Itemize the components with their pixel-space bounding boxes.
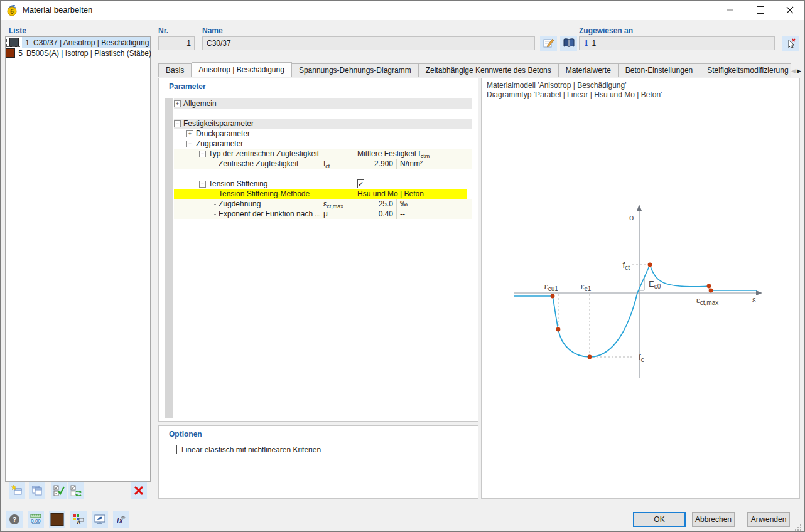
svg-text:?: ? <box>13 516 17 523</box>
units-icon: 0,00 <box>30 513 42 526</box>
select-all-icon <box>53 484 65 497</box>
row-label: Exponent der Funktion nach ... <box>219 210 320 218</box>
tree-row-spacer <box>174 169 472 179</box>
tree-row-tension-stiffening-methode[interactable]: Tension Stiffening-Methode Hsu und Mo | … <box>174 189 467 199</box>
row-value[interactable]: Mittlere Festigkeit fctm <box>354 149 472 159</box>
material-list: 1 C30/37 | Anisotrop | Beschädigung 5 B5… <box>5 36 151 482</box>
assigned-field[interactable]: I 1 <box>579 36 775 50</box>
tab-steifigkeitsmodifizierung[interactable]: Steifigkeitsmodifizierung <box>700 63 791 77</box>
window-title: Material bearbeiten <box>23 0 92 20</box>
tab-spannungs-dehnungs-diagramm[interactable]: Spannungs-Dehnungs-Diagramm <box>292 63 419 77</box>
assigned-value: 1 <box>592 39 596 48</box>
row-symbol: μ <box>320 209 354 219</box>
formula-button[interactable]: fx <box>113 511 129 528</box>
epsilon-axis-label: ε <box>752 295 756 304</box>
tab-basis[interactable]: Basis <box>158 63 192 77</box>
row-unit: ‰ <box>396 199 465 209</box>
color-swatch-icon <box>50 513 64 526</box>
tree-row-zugdehnung[interactable]: Zugdehnung εct,max 25.0 ‰ <box>174 199 472 209</box>
cancel-button[interactable]: Abbrechen <box>692 512 735 527</box>
tab-bar: Basis Anisotrop | Beschädigung Spannungs… <box>158 61 791 77</box>
ecu1-label: εcu1 <box>544 282 558 292</box>
minimize-icon <box>727 9 733 11</box>
maximize-button[interactable] <box>746 0 775 20</box>
tree-row-festigkeitsparameter[interactable]: −Festigkeitsparameter <box>174 119 472 129</box>
ok-button[interactable]: OK <box>633 512 686 527</box>
leaf-connector <box>212 204 216 205</box>
close-button[interactable] <box>775 0 804 20</box>
row-unit: N/mm² <box>396 159 465 169</box>
svg-text:fx: fx <box>117 516 124 525</box>
tab-scroll-left-icon[interactable]: ◀ <box>791 68 796 74</box>
name-field[interactable]: C30/37 <box>202 36 535 50</box>
select-all-button[interactable] <box>51 482 67 499</box>
leaf-connector <box>212 164 216 164</box>
row-symbol <box>320 189 354 199</box>
material-color-button[interactable] <box>49 511 65 528</box>
tree-row-allgemein[interactable]: +Allgemein <box>174 98 472 109</box>
tab-beton-einstellungen[interactable]: Beton-Einstellungen <box>619 63 700 77</box>
new-material-button[interactable] <box>9 482 25 499</box>
tab-materialwerte[interactable]: Materialwerte <box>559 63 619 77</box>
tab-anisotrop-beschaedigung[interactable]: Anisotrop | Beschädigung <box>192 62 292 77</box>
ectmax-label: εct,max <box>696 295 718 306</box>
material-color-cell <box>6 37 22 48</box>
svg-text:A: A <box>77 519 81 526</box>
options-panel: Optionen Linear elastisch mit nichtlinea… <box>158 425 478 499</box>
options-title: Optionen <box>169 430 202 439</box>
row-value[interactable]: 0.40 <box>354 209 396 219</box>
tree-row-zentrische-zugfestigkeit[interactable]: Zentrische Zugfestigkeit fct 2.900 N/mm² <box>174 159 472 169</box>
copy-material-button[interactable] <box>29 482 45 499</box>
material-library-button[interactable] <box>560 36 577 51</box>
nr-field[interactable]: 1 <box>158 36 195 50</box>
delete-material-button[interactable] <box>131 482 147 499</box>
assigned-label: Zugewiesen an <box>579 26 633 35</box>
sigma-axis-label: σ <box>629 213 634 222</box>
tree-row-tension-stiffening[interactable]: −Tension Stiffening ✓ <box>174 179 472 189</box>
tree-row-typ-zugfestigkeit[interactable]: −Typ der zentrischen Zugfestigkeit Mittl… <box>174 149 472 159</box>
pointer-deselect-icon <box>785 37 797 50</box>
minimize-button[interactable] <box>716 0 745 20</box>
collapse-icon[interactable]: − <box>174 120 181 127</box>
list-item-material-5[interactable]: 5 B500S(A) | Isotrop | Plastisch (Stäbe) <box>6 48 150 58</box>
row-label: Festigkeitsparameter <box>183 119 254 128</box>
rendering-button[interactable] <box>92 511 108 528</box>
close-icon <box>786 6 794 14</box>
help-button[interactable]: ? <box>6 511 23 528</box>
rename-material-button[interactable] <box>540 36 557 51</box>
resize-grip[interactable] <box>795 524 801 531</box>
tree-row-druckparameter[interactable]: +Druckparameter <box>174 129 472 139</box>
ec1-label: εc1 <box>581 282 592 292</box>
tension-stiffening-checkbox[interactable]: ✓ <box>357 179 364 188</box>
collapse-icon[interactable]: − <box>186 141 193 147</box>
tree-row-exponent[interactable]: Exponent der Funktion nach ... μ 0.40 -- <box>174 209 472 219</box>
name-label: Name <box>202 26 223 35</box>
material-color-swatch <box>9 38 19 47</box>
svg-text:0,00: 0,00 <box>31 518 41 524</box>
stress-strain-diagram: σ ε fct Ec0 εcu1 εc1 εct,max fc <box>482 78 799 498</box>
collapse-icon[interactable]: − <box>199 151 206 157</box>
nr-label: Nr. <box>158 26 168 35</box>
expand-icon[interactable]: + <box>186 130 193 137</box>
tab-zeitabhaengige-kennwerte[interactable]: Zeitabhängige Kennwerte des Betons <box>419 63 559 77</box>
row-value[interactable]: 25.0 <box>354 199 396 209</box>
collapse-icon[interactable]: − <box>199 181 206 188</box>
select-objects-button[interactable] <box>782 36 799 51</box>
display-properties-button[interactable]: A <box>70 511 87 528</box>
linear-elastic-checkbox[interactable] <box>168 445 177 454</box>
row-label: Allgemein <box>183 99 217 108</box>
leaf-connector <box>212 214 216 215</box>
invert-selection-button[interactable] <box>68 482 84 499</box>
row-value[interactable]: Hsu und Mo | Beton <box>354 189 472 199</box>
row-label: Druckparameter <box>196 129 250 138</box>
title-bar: 6 Material bearbeiten <box>0 0 805 20</box>
tab-scroll-right-icon[interactable]: ▶ <box>797 68 801 74</box>
row-value[interactable]: 2.900 <box>354 159 396 169</box>
units-settings-button[interactable]: 0,00 <box>28 511 44 528</box>
linear-elastic-label: Linear elastisch mit nichtlinearen Krite… <box>181 445 321 454</box>
tree-row-zugparameter[interactable]: −Zugparameter <box>174 139 472 149</box>
list-item-material-1[interactable]: 1 C30/37 | Anisotrop | Beschädigung <box>6 37 150 48</box>
apply-button[interactable]: Anwenden <box>747 512 790 527</box>
expand-icon[interactable]: + <box>174 100 181 107</box>
delete-icon <box>133 485 144 496</box>
